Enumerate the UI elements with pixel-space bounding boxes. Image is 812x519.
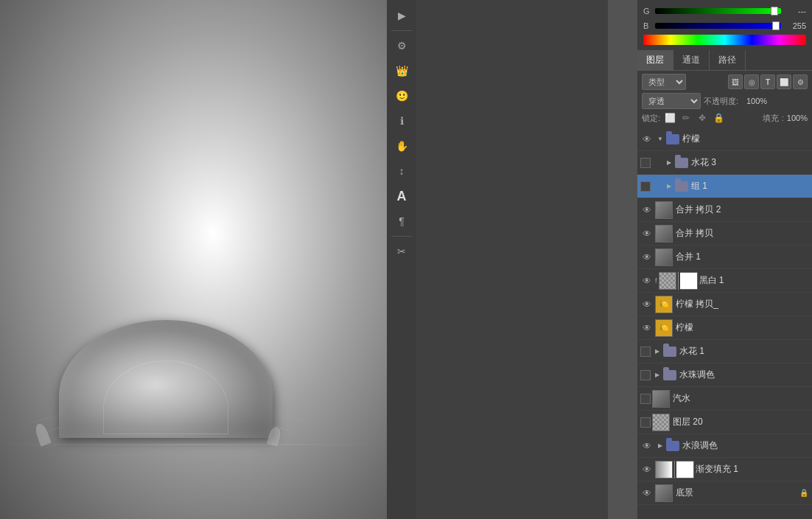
layer-thumb-ningmeng: 🍋 [655, 319, 673, 337]
layer-name-shuilang: 水浪调色 [682, 439, 809, 452]
layer-item-shuilang[interactable]: 👁 ▶ 水浪调色 [637, 434, 812, 458]
channel-g-track[interactable] [655, 8, 781, 14]
layer-mask-heibai1 [680, 272, 698, 290]
tab-channels[interactable]: 通道 [673, 50, 710, 70]
lock-artboard-icon[interactable]: ✥ [696, 111, 709, 125]
layer-item-heibai1[interactable]: 👁 f 黑白 1 [637, 269, 812, 293]
layer-expand-shuilang[interactable]: ▶ [655, 441, 665, 451]
middle-panel [387, 0, 608, 519]
layer-icon-adjust[interactable]: ◎ [744, 74, 759, 89]
tab-layers[interactable]: 图层 [637, 50, 673, 70]
layer-thumb-ningmeng-copy: 🍋 [655, 296, 673, 313]
layer-eye-hebing2[interactable]: 👁 [640, 203, 654, 217]
layer-eye-ningmeng-copy[interactable]: 👁 [640, 298, 654, 311]
lock-label: 锁定: [642, 113, 660, 124]
layer-type-select[interactable]: 类型 [642, 74, 686, 90]
toolbar-separator-1 [391, 30, 412, 31]
layer-search-row: 类型 🖼 ◎ T ⬜ ⚙ [642, 74, 808, 90]
layer-item-jianbian1[interactable]: 👁 渐变填充 1 [637, 458, 812, 481]
right-panel: G --- B 255 图层 通道 路径 类型 🖼 [637, 0, 812, 519]
layer-item-hebing1[interactable]: 👁 合并 1 [637, 245, 812, 269]
layer-eye-ningmeng[interactable]: 👁 [640, 321, 654, 335]
thumb-separator-j [674, 461, 675, 478]
channel-b-label: B [643, 21, 652, 30]
fill-value: 100% [787, 114, 808, 122]
tab-paths[interactable]: 路径 [710, 50, 746, 70]
layer-name-ningmeng: 柠檬 [676, 321, 809, 334]
hand-tool[interactable]: ✋ [390, 134, 413, 158]
layer-expand-zu1[interactable]: ▶ [664, 181, 674, 192]
layer-icon-text[interactable]: T [760, 74, 775, 89]
layer-item-ningmeng[interactable]: 👁 🍋 柠檬 [637, 316, 812, 340]
layer-item-shuizhu[interactable]: ▶ 水珠调色 [637, 363, 812, 387]
color-channels-panel: G --- B 255 [637, 0, 812, 50]
channel-g-row: G --- [643, 4, 806, 18]
lock-all-icon[interactable]: 🔒 [712, 111, 725, 125]
layer-eye-shuilang[interactable]: 👁 [640, 439, 654, 453]
paragraph-tool[interactable]: ¶ [390, 209, 413, 233]
channel-g-value: --- [784, 7, 806, 15]
layer-folder-shuilang [665, 439, 680, 453]
layer-item-tuceng20[interactable]: 图层 20 [637, 411, 812, 434]
layer-icon-shape[interactable]: ⬜ [777, 74, 791, 89]
layer-thumb-hebing-copy [655, 225, 673, 243]
settings-tool[interactable]: ⚙ [390, 34, 413, 58]
layer-expand-lemon-group[interactable]: ▼ [655, 134, 665, 144]
layer-checkbox-shuihua1[interactable] [640, 346, 651, 357]
layer-eye-dixia[interactable]: 👁 [640, 487, 654, 500]
layer-folder-zu1 [674, 180, 689, 193]
layer-expand-shuizhu[interactable]: ▶ [652, 370, 662, 380]
layer-icon-image[interactable]: 🖼 [728, 74, 743, 89]
layer-item-zu1[interactable]: ▶ 组 1 [637, 175, 812, 198]
layer-folder-lemon-group [665, 133, 680, 146]
layer-item-shuihua1[interactable]: ▶ 水花 1 [637, 340, 812, 363]
info-tool[interactable]: ℹ [390, 109, 413, 133]
layer-eye-hebing1[interactable]: 👁 [640, 251, 654, 264]
layer-item-qishui[interactable]: 汽水 [637, 387, 812, 411]
lock-icon-dixia: 🔒 [799, 488, 809, 498]
channel-b-row: B 255 [643, 19, 806, 32]
layer-item-hebing-copy[interactable]: 👁 合并 拷贝 [637, 222, 812, 245]
cross-tool[interactable]: ✂ [390, 240, 413, 263]
layer-checkbox-shuizhu[interactable] [640, 370, 651, 380]
layer-controls: 类型 🖼 ◎ T ⬜ ⚙ 穿透 不透明度: 100% 锁定: ⬜ ✏ ✥ 🔒 [637, 71, 812, 128]
layer-eye-heibai1[interactable]: 👁 [640, 274, 654, 288]
layer-name-shuizhu: 水珠调色 [679, 369, 809, 381]
lock-move-icon[interactable]: ✏ [679, 111, 693, 125]
face-tool[interactable]: 🙂 [390, 84, 413, 108]
arrow-tool[interactable]: ↕ [390, 159, 413, 183]
layer-eye-jianbian1[interactable]: 👁 [640, 463, 654, 476]
layer-item-shuihua3[interactable]: ▶ 水花 3 [637, 151, 812, 175]
layer-thumb-heibai1 [659, 272, 676, 290]
channel-b-track[interactable] [655, 23, 781, 29]
layer-eye-lemon-group[interactable]: 👁 [640, 133, 654, 146]
layer-checkbox-qishui[interactable] [640, 394, 651, 404]
layer-eye-hebing-copy[interactable]: 👁 [640, 227, 654, 240]
crown-tool[interactable]: 👑 [390, 59, 413, 83]
color-gradient-bar[interactable] [643, 35, 806, 45]
layer-checkbox-tuceng20[interactable] [640, 417, 651, 428]
layer-checkbox-zu1[interactable] [640, 181, 651, 192]
layer-thumb-hebing2 [655, 201, 673, 219]
layer-special-icons-jianbian1 [655, 461, 694, 478]
layer-blend-row: 穿透 不透明度: 100% [642, 93, 808, 109]
fill-label: 填充 [763, 113, 779, 124]
layer-item-ningmeng-copy[interactable]: 👁 🍋 柠檬 拷贝_ [637, 293, 812, 316]
layer-thumb-jianbian1 [655, 461, 673, 478]
layer-icon-smart[interactable]: ⚙ [793, 74, 808, 89]
layer-mask-jianbian1 [676, 461, 694, 478]
layer-item-dixia[interactable]: 👁 底景 🔒 [637, 481, 812, 505]
lock-pixels-icon[interactable]: ⬜ [663, 111, 676, 125]
blend-mode-select[interactable]: 穿透 [642, 93, 701, 109]
layer-item-hebing2[interactable]: 👁 合并 拷贝 2 [637, 198, 812, 222]
layer-expand-shuihua1[interactable]: ▶ [652, 346, 662, 357]
layer-name-shuihua3: 水花 3 [691, 156, 809, 169]
channel-b-value: 255 [784, 21, 806, 30]
layer-folder-shuihua3 [674, 156, 689, 170]
layer-expand-shuihua3[interactable]: ▶ [664, 158, 674, 168]
layer-list[interactable]: 👁 ▼ 柠檬 ▶ 水花 3 ▶ 组 1 [637, 128, 812, 519]
layer-item-lemon-group[interactable]: 👁 ▼ 柠檬 [637, 128, 812, 151]
layer-checkbox-shuihua3[interactable] [640, 158, 651, 168]
text-tool[interactable]: A [390, 184, 413, 208]
play-tool[interactable]: ▶ [390, 4, 413, 27]
